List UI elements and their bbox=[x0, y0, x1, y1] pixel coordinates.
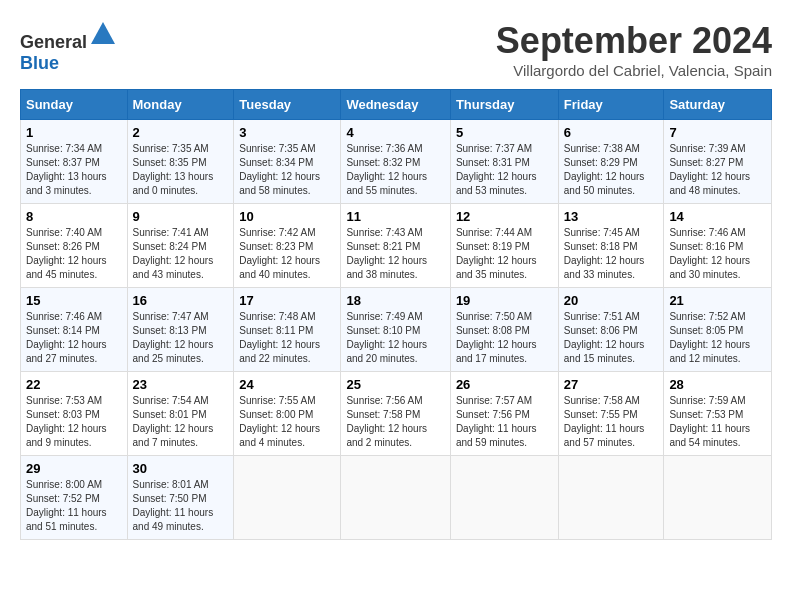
header-thursday: Thursday bbox=[450, 90, 558, 120]
week-row-1: 1 Sunrise: 7:34 AM Sunset: 8:37 PM Dayli… bbox=[21, 120, 772, 204]
day-number-13: 13 bbox=[564, 209, 659, 224]
day-cell-12: 12 Sunrise: 7:44 AM Sunset: 8:19 PM Dayl… bbox=[450, 204, 558, 288]
day-info-4: Sunrise: 7:36 AM Sunset: 8:32 PM Dayligh… bbox=[346, 142, 444, 198]
header-tuesday: Tuesday bbox=[234, 90, 341, 120]
day-cell-9: 9 Sunrise: 7:41 AM Sunset: 8:24 PM Dayli… bbox=[127, 204, 234, 288]
title-block: September 2024 Villargordo del Cabriel, … bbox=[496, 20, 772, 79]
day-cell-5: 5 Sunrise: 7:37 AM Sunset: 8:31 PM Dayli… bbox=[450, 120, 558, 204]
day-number-1: 1 bbox=[26, 125, 122, 140]
month-title: September 2024 bbox=[496, 20, 772, 62]
day-number-23: 23 bbox=[133, 377, 229, 392]
day-info-5: Sunrise: 7:37 AM Sunset: 8:31 PM Dayligh… bbox=[456, 142, 553, 198]
day-cell-3: 3 Sunrise: 7:35 AM Sunset: 8:34 PM Dayli… bbox=[234, 120, 341, 204]
empty-cell-5 bbox=[664, 456, 772, 540]
logo-blue: Blue bbox=[20, 53, 59, 73]
day-info-27: Sunrise: 7:58 AM Sunset: 7:55 PM Dayligh… bbox=[564, 394, 659, 450]
day-cell-8: 8 Sunrise: 7:40 AM Sunset: 8:26 PM Dayli… bbox=[21, 204, 128, 288]
day-info-28: Sunrise: 7:59 AM Sunset: 7:53 PM Dayligh… bbox=[669, 394, 766, 450]
day-number-18: 18 bbox=[346, 293, 444, 308]
svg-marker-0 bbox=[91, 22, 115, 44]
day-info-13: Sunrise: 7:45 AM Sunset: 8:18 PM Dayligh… bbox=[564, 226, 659, 282]
day-info-22: Sunrise: 7:53 AM Sunset: 8:03 PM Dayligh… bbox=[26, 394, 122, 450]
day-cell-25: 25 Sunrise: 7:56 AM Sunset: 7:58 PM Dayl… bbox=[341, 372, 450, 456]
day-number-24: 24 bbox=[239, 377, 335, 392]
week-row-2: 8 Sunrise: 7:40 AM Sunset: 8:26 PM Dayli… bbox=[21, 204, 772, 288]
day-number-3: 3 bbox=[239, 125, 335, 140]
day-cell-19: 19 Sunrise: 7:50 AM Sunset: 8:08 PM Dayl… bbox=[450, 288, 558, 372]
day-info-19: Sunrise: 7:50 AM Sunset: 8:08 PM Dayligh… bbox=[456, 310, 553, 366]
day-info-16: Sunrise: 7:47 AM Sunset: 8:13 PM Dayligh… bbox=[133, 310, 229, 366]
week-row-4: 22 Sunrise: 7:53 AM Sunset: 8:03 PM Dayl… bbox=[21, 372, 772, 456]
day-info-6: Sunrise: 7:38 AM Sunset: 8:29 PM Dayligh… bbox=[564, 142, 659, 198]
day-number-25: 25 bbox=[346, 377, 444, 392]
day-cell-15: 15 Sunrise: 7:46 AM Sunset: 8:14 PM Dayl… bbox=[21, 288, 128, 372]
day-info-12: Sunrise: 7:44 AM Sunset: 8:19 PM Dayligh… bbox=[456, 226, 553, 282]
day-cell-28: 28 Sunrise: 7:59 AM Sunset: 7:53 PM Dayl… bbox=[664, 372, 772, 456]
day-cell-29: 29 Sunrise: 8:00 AM Sunset: 7:52 PM Dayl… bbox=[21, 456, 128, 540]
day-cell-30: 30 Sunrise: 8:01 AM Sunset: 7:50 PM Dayl… bbox=[127, 456, 234, 540]
day-cell-2: 2 Sunrise: 7:35 AM Sunset: 8:35 PM Dayli… bbox=[127, 120, 234, 204]
day-cell-23: 23 Sunrise: 7:54 AM Sunset: 8:01 PM Dayl… bbox=[127, 372, 234, 456]
logo-general: General bbox=[20, 32, 87, 52]
day-info-24: Sunrise: 7:55 AM Sunset: 8:00 PM Dayligh… bbox=[239, 394, 335, 450]
week-row-5: 29 Sunrise: 8:00 AM Sunset: 7:52 PM Dayl… bbox=[21, 456, 772, 540]
day-number-11: 11 bbox=[346, 209, 444, 224]
day-cell-16: 16 Sunrise: 7:47 AM Sunset: 8:13 PM Dayl… bbox=[127, 288, 234, 372]
day-info-8: Sunrise: 7:40 AM Sunset: 8:26 PM Dayligh… bbox=[26, 226, 122, 282]
weekday-header-row: Sunday Monday Tuesday Wednesday Thursday… bbox=[21, 90, 772, 120]
day-info-18: Sunrise: 7:49 AM Sunset: 8:10 PM Dayligh… bbox=[346, 310, 444, 366]
day-cell-27: 27 Sunrise: 7:58 AM Sunset: 7:55 PM Dayl… bbox=[558, 372, 664, 456]
day-number-17: 17 bbox=[239, 293, 335, 308]
week-row-3: 15 Sunrise: 7:46 AM Sunset: 8:14 PM Dayl… bbox=[21, 288, 772, 372]
day-info-3: Sunrise: 7:35 AM Sunset: 8:34 PM Dayligh… bbox=[239, 142, 335, 198]
day-number-30: 30 bbox=[133, 461, 229, 476]
day-cell-18: 18 Sunrise: 7:49 AM Sunset: 8:10 PM Dayl… bbox=[341, 288, 450, 372]
day-number-21: 21 bbox=[669, 293, 766, 308]
day-cell-24: 24 Sunrise: 7:55 AM Sunset: 8:00 PM Dayl… bbox=[234, 372, 341, 456]
day-info-11: Sunrise: 7:43 AM Sunset: 8:21 PM Dayligh… bbox=[346, 226, 444, 282]
day-number-16: 16 bbox=[133, 293, 229, 308]
day-number-7: 7 bbox=[669, 125, 766, 140]
day-info-23: Sunrise: 7:54 AM Sunset: 8:01 PM Dayligh… bbox=[133, 394, 229, 450]
day-info-14: Sunrise: 7:46 AM Sunset: 8:16 PM Dayligh… bbox=[669, 226, 766, 282]
day-info-2: Sunrise: 7:35 AM Sunset: 8:35 PM Dayligh… bbox=[133, 142, 229, 198]
day-cell-13: 13 Sunrise: 7:45 AM Sunset: 8:18 PM Dayl… bbox=[558, 204, 664, 288]
day-cell-14: 14 Sunrise: 7:46 AM Sunset: 8:16 PM Dayl… bbox=[664, 204, 772, 288]
empty-cell-3 bbox=[450, 456, 558, 540]
calendar-table: Sunday Monday Tuesday Wednesday Thursday… bbox=[20, 89, 772, 540]
day-number-8: 8 bbox=[26, 209, 122, 224]
day-info-29: Sunrise: 8:00 AM Sunset: 7:52 PM Dayligh… bbox=[26, 478, 122, 534]
day-info-25: Sunrise: 7:56 AM Sunset: 7:58 PM Dayligh… bbox=[346, 394, 444, 450]
day-cell-10: 10 Sunrise: 7:42 AM Sunset: 8:23 PM Dayl… bbox=[234, 204, 341, 288]
day-number-19: 19 bbox=[456, 293, 553, 308]
day-number-9: 9 bbox=[133, 209, 229, 224]
day-cell-4: 4 Sunrise: 7:36 AM Sunset: 8:32 PM Dayli… bbox=[341, 120, 450, 204]
day-number-20: 20 bbox=[564, 293, 659, 308]
day-cell-22: 22 Sunrise: 7:53 AM Sunset: 8:03 PM Dayl… bbox=[21, 372, 128, 456]
day-cell-6: 6 Sunrise: 7:38 AM Sunset: 8:29 PM Dayli… bbox=[558, 120, 664, 204]
empty-cell-2 bbox=[341, 456, 450, 540]
day-info-15: Sunrise: 7:46 AM Sunset: 8:14 PM Dayligh… bbox=[26, 310, 122, 366]
header-sunday: Sunday bbox=[21, 90, 128, 120]
day-info-9: Sunrise: 7:41 AM Sunset: 8:24 PM Dayligh… bbox=[133, 226, 229, 282]
day-info-17: Sunrise: 7:48 AM Sunset: 8:11 PM Dayligh… bbox=[239, 310, 335, 366]
empty-cell-1 bbox=[234, 456, 341, 540]
day-cell-1: 1 Sunrise: 7:34 AM Sunset: 8:37 PM Dayli… bbox=[21, 120, 128, 204]
empty-cell-4 bbox=[558, 456, 664, 540]
day-info-30: Sunrise: 8:01 AM Sunset: 7:50 PM Dayligh… bbox=[133, 478, 229, 534]
day-info-26: Sunrise: 7:57 AM Sunset: 7:56 PM Dayligh… bbox=[456, 394, 553, 450]
day-number-5: 5 bbox=[456, 125, 553, 140]
page-header: General Blue September 2024 Villargordo … bbox=[20, 20, 772, 79]
day-number-4: 4 bbox=[346, 125, 444, 140]
location-title: Villargordo del Cabriel, Valencia, Spain bbox=[496, 62, 772, 79]
day-number-28: 28 bbox=[669, 377, 766, 392]
day-info-1: Sunrise: 7:34 AM Sunset: 8:37 PM Dayligh… bbox=[26, 142, 122, 198]
day-number-15: 15 bbox=[26, 293, 122, 308]
day-number-26: 26 bbox=[456, 377, 553, 392]
day-number-12: 12 bbox=[456, 209, 553, 224]
logo-text: General Blue bbox=[20, 20, 117, 74]
day-info-10: Sunrise: 7:42 AM Sunset: 8:23 PM Dayligh… bbox=[239, 226, 335, 282]
day-info-21: Sunrise: 7:52 AM Sunset: 8:05 PM Dayligh… bbox=[669, 310, 766, 366]
header-wednesday: Wednesday bbox=[341, 90, 450, 120]
day-cell-21: 21 Sunrise: 7:52 AM Sunset: 8:05 PM Dayl… bbox=[664, 288, 772, 372]
